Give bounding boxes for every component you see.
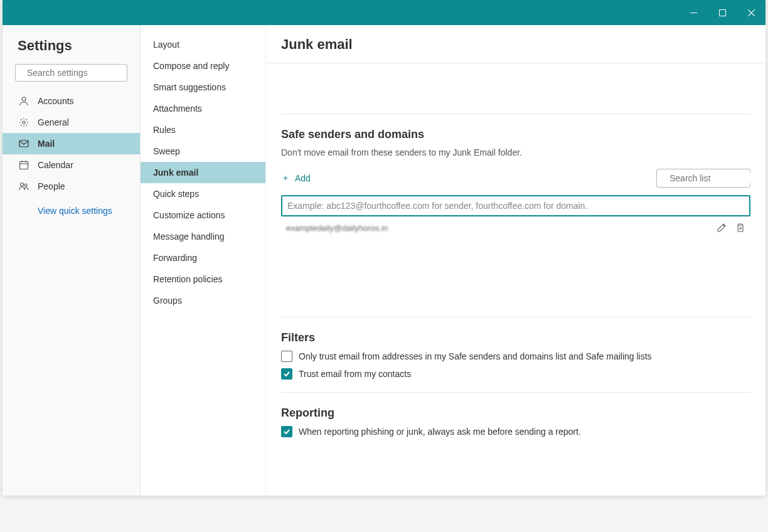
minimize-button[interactable]: [679, 0, 708, 25]
subnav-layout[interactable]: Layout: [141, 34, 265, 55]
subnav-rules[interactable]: Rules: [141, 119, 265, 141]
svg-point-8: [24, 184, 27, 186]
search-settings-input[interactable]: [27, 68, 137, 78]
titlebar: [3, 0, 765, 25]
subnav-message-handling[interactable]: Message handling: [141, 226, 265, 247]
safe-sender-email: exampledaily@dailyhoros.in: [286, 223, 388, 233]
trust-contacts-checkbox-row[interactable]: Trust email from my contacts: [281, 368, 750, 380]
nav-label: People: [38, 181, 65, 191]
trust-contacts-label: Trust email from my contacts: [299, 369, 411, 379]
search-safe-list[interactable]: [656, 169, 750, 188]
safe-sender-input-wrap[interactable]: [281, 195, 750, 216]
settings-sidebar: Settings Accounts General: [3, 25, 141, 496]
check-icon: [283, 428, 291, 435]
subnav-compose-reply[interactable]: Compose and reply: [141, 55, 265, 77]
nav-label: Accounts: [38, 96, 74, 106]
reporting-ask-label: When reporting phishing or junk, always …: [299, 427, 581, 437]
settings-title: Settings: [3, 38, 140, 64]
search-safe-list-input[interactable]: [669, 173, 765, 183]
subnav-smart-suggestions[interactable]: Smart suggestions: [141, 77, 265, 98]
only-trust-label: Only trust email from addresses in my Sa…: [299, 351, 652, 361]
nav-calendar[interactable]: Calendar: [3, 154, 140, 176]
only-trust-checkbox-row[interactable]: Only trust email from addresses in my Sa…: [281, 351, 750, 362]
mail-icon: [18, 139, 30, 149]
trust-contacts-checkbox[interactable]: [281, 368, 292, 380]
nav-accounts[interactable]: Accounts: [3, 90, 140, 112]
gear-icon: [18, 117, 30, 127]
nav-label: Calendar: [38, 160, 73, 170]
svg-point-7: [21, 183, 24, 186]
close-button[interactable]: [737, 0, 765, 25]
edit-sender-button[interactable]: [717, 223, 727, 233]
add-safe-sender-button[interactable]: ＋ Add: [281, 173, 311, 184]
nav-general[interactable]: General: [3, 112, 140, 133]
subnav-customize-actions[interactable]: Customize actions: [141, 205, 265, 226]
nav-people[interactable]: People: [3, 176, 140, 197]
safe-senders-desc: Don't move email from these senders to m…: [281, 147, 750, 157]
svg-point-4: [23, 121, 25, 124]
people-icon: [18, 181, 30, 191]
view-quick-settings-link[interactable]: View quick settings: [3, 197, 140, 216]
safe-sender-input[interactable]: [287, 201, 744, 211]
person-icon: [18, 96, 30, 106]
calendar-icon: [18, 160, 30, 170]
reporting-section: Reporting When reporting phishing or jun…: [281, 392, 750, 437]
subnav-forwarding[interactable]: Forwarding: [141, 247, 265, 269]
filters-section: Filters Only trust email from addresses …: [281, 317, 750, 380]
subnav-attachments[interactable]: Attachments: [141, 98, 265, 119]
svg-rect-0: [690, 13, 697, 13]
svg-rect-1: [719, 9, 725, 16]
svg-rect-6: [20, 162, 28, 169]
page-title: Junk email: [266, 25, 765, 63]
mail-subnav: Layout Compose and reply Smart suggestio…: [141, 25, 266, 496]
reporting-title: Reporting: [281, 407, 750, 420]
only-trust-checkbox[interactable]: [281, 351, 292, 362]
plus-icon: ＋: [281, 173, 290, 184]
trash-icon: [735, 223, 745, 233]
safe-senders-section: Safe senders and domains Don't move emai…: [281, 114, 750, 304]
svg-rect-5: [19, 141, 28, 147]
filters-title: Filters: [281, 331, 750, 344]
nav-mail[interactable]: Mail: [3, 133, 140, 154]
subnav-groups[interactable]: Groups: [141, 290, 265, 311]
svg-point-3: [22, 97, 26, 101]
subnav-retention-policies[interactable]: Retention policies: [141, 269, 265, 290]
subnav-sweep[interactable]: Sweep: [141, 141, 265, 162]
maximize-button[interactable]: [708, 0, 737, 25]
subnav-quick-steps[interactable]: Quick steps: [141, 183, 265, 205]
reporting-ask-checkbox[interactable]: [281, 426, 292, 437]
search-settings[interactable]: [15, 64, 127, 82]
safe-senders-title: Safe senders and domains: [281, 128, 750, 141]
nav-label: General: [38, 117, 69, 127]
content-panel: Junk email Safe senders and domains Don'…: [266, 25, 765, 496]
add-label: Add: [295, 173, 311, 183]
nav-label: Mail: [38, 139, 55, 149]
reporting-ask-checkbox-row[interactable]: When reporting phishing or junk, always …: [281, 426, 750, 437]
pencil-icon: [717, 223, 727, 233]
subnav-junk-email[interactable]: Junk email: [141, 162, 265, 183]
check-icon: [283, 370, 291, 378]
safe-sender-row: exampledaily@dailyhoros.in: [281, 220, 750, 235]
delete-sender-button[interactable]: [735, 223, 745, 233]
